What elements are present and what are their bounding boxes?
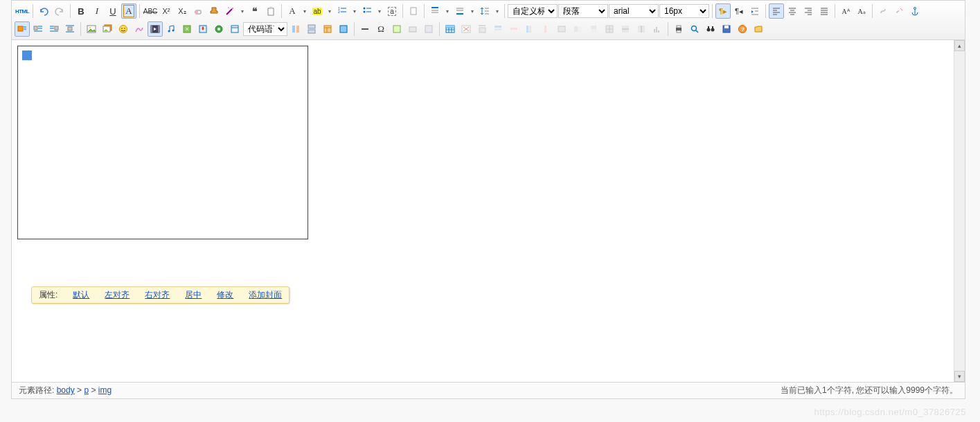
dir-ltr-button[interactable]: ¶▸ bbox=[715, 3, 731, 19]
scrawl-button[interactable] bbox=[132, 21, 147, 37]
dir-rtl-button[interactable]: ¶◂ bbox=[731, 3, 747, 19]
rowspacingtop-button[interactable] bbox=[427, 3, 443, 19]
vertical-scrollbar[interactable]: ▴ ▾ bbox=[954, 40, 965, 382]
insertimage-button[interactable] bbox=[100, 21, 115, 37]
ul-dropdown[interactable]: ▾ bbox=[375, 3, 384, 19]
subscript-button[interactable]: X₂ bbox=[175, 3, 190, 19]
paragraph-select[interactable]: 段落 bbox=[558, 4, 608, 18]
path-p[interactable]: p bbox=[84, 385, 89, 395]
simpleupload-button[interactable] bbox=[84, 21, 99, 37]
insertparagraphbeforetable-button[interactable] bbox=[474, 21, 490, 37]
imagenone-button[interactable] bbox=[15, 21, 30, 37]
pagebreak-button[interactable] bbox=[304, 21, 319, 37]
charts-button[interactable] bbox=[650, 21, 665, 37]
inserttable-button[interactable] bbox=[443, 21, 458, 37]
bold-button[interactable]: B bbox=[73, 3, 89, 19]
deletecol-button[interactable] bbox=[538, 21, 553, 37]
print-button2[interactable] bbox=[671, 21, 686, 37]
justify-full-button[interactable] bbox=[817, 3, 832, 19]
fontsize-select[interactable]: 16px bbox=[659, 4, 709, 18]
snapscreen-button[interactable] bbox=[405, 21, 420, 37]
rowtop-dropdown[interactable]: ▾ bbox=[443, 3, 452, 19]
underline-button[interactable]: U bbox=[105, 3, 121, 19]
justify-left-button[interactable] bbox=[769, 3, 784, 19]
attachment-button[interactable] bbox=[179, 21, 195, 37]
rowbot-dropdown[interactable]: ▾ bbox=[468, 3, 476, 19]
wordimage-button[interactable] bbox=[421, 21, 436, 37]
inserted-image-frame[interactable] bbox=[17, 46, 308, 239]
help-button[interactable]: ? bbox=[735, 21, 750, 37]
path-body[interactable]: body bbox=[57, 385, 75, 395]
justify-right-button[interactable] bbox=[801, 3, 816, 19]
tolowercase-button[interactable]: Aₐ bbox=[854, 3, 869, 19]
fullscreen-button[interactable] bbox=[751, 21, 766, 37]
scroll-up-button[interactable]: ▴ bbox=[954, 40, 965, 51]
link-button[interactable] bbox=[875, 3, 891, 19]
unlink-button[interactable] bbox=[891, 3, 907, 19]
deletetable-button[interactable] bbox=[458, 21, 474, 37]
splittocells-button[interactable] bbox=[602, 21, 617, 37]
autotypeset-button[interactable] bbox=[222, 3, 238, 19]
attr-modify-link[interactable]: 修改 bbox=[217, 289, 233, 301]
removeformat-button[interactable] bbox=[190, 3, 206, 19]
mergedown-button[interactable] bbox=[586, 21, 601, 37]
attr-left-link[interactable]: 左对齐 bbox=[105, 289, 130, 301]
horizontal-button[interactable] bbox=[357, 21, 373, 37]
insertcode-select[interactable]: 代码语言 bbox=[243, 22, 287, 36]
scroll-down-button[interactable]: ▾ bbox=[954, 371, 965, 382]
spechars-button[interactable] bbox=[389, 21, 404, 37]
indent-button[interactable] bbox=[747, 3, 763, 19]
pasteplain-button[interactable] bbox=[263, 3, 278, 19]
redo-button[interactable] bbox=[52, 3, 67, 19]
customstyle-select[interactable]: 自定义标题 bbox=[508, 4, 558, 18]
selectall-button[interactable]: a bbox=[384, 3, 400, 19]
touppercase-button[interactable]: Aᴬ bbox=[838, 3, 853, 19]
blockquote-button[interactable]: ❝ bbox=[247, 3, 262, 19]
lineheight-dropdown[interactable]: ▾ bbox=[493, 3, 501, 19]
mergeright-button[interactable] bbox=[570, 21, 585, 37]
imageleft-button[interactable] bbox=[30, 21, 46, 37]
splittocols-button[interactable] bbox=[634, 21, 649, 37]
deleterow-button[interactable] bbox=[506, 21, 522, 37]
anchor-button[interactable] bbox=[907, 3, 923, 19]
gmap-button[interactable] bbox=[211, 21, 226, 37]
justify-center-button[interactable] bbox=[785, 3, 800, 19]
undo-button[interactable] bbox=[36, 3, 51, 19]
searchreplace-button[interactable] bbox=[703, 21, 718, 37]
forecolor-dropdown[interactable]: ▾ bbox=[301, 3, 309, 19]
content-area[interactable]: 属性: 默认 左对齐 右对齐 居中 修改 添加封面 ▴ ▾ bbox=[12, 40, 965, 382]
fontborder-button[interactable]: A bbox=[121, 3, 136, 19]
imagecenter-button[interactable] bbox=[62, 21, 78, 37]
ol-dropdown[interactable]: ▾ bbox=[350, 3, 359, 19]
source-button[interactable]: HTML bbox=[15, 3, 30, 19]
attr-right-link[interactable]: 右对齐 bbox=[145, 289, 170, 301]
preview-button[interactable] bbox=[687, 21, 702, 37]
italic-button[interactable]: I bbox=[89, 3, 105, 19]
insertframe-button[interactable] bbox=[227, 21, 242, 37]
lineheight-button[interactable] bbox=[477, 3, 492, 19]
fontfamily-select[interactable]: arial bbox=[609, 4, 659, 18]
superscript-button[interactable]: X² bbox=[159, 3, 174, 19]
attr-default-link[interactable]: 默认 bbox=[73, 289, 89, 301]
path-img[interactable]: img bbox=[98, 385, 112, 395]
forecolor-button[interactable]: A bbox=[285, 3, 300, 19]
backcolor-dropdown[interactable]: ▾ bbox=[326, 3, 334, 19]
emotion-button[interactable] bbox=[116, 21, 131, 37]
splittorows-button[interactable] bbox=[618, 21, 633, 37]
autotypeset-dropdown[interactable]: ▾ bbox=[238, 3, 247, 19]
drafts-button[interactable] bbox=[719, 21, 734, 37]
music-button[interactable] bbox=[163, 21, 179, 37]
print-button[interactable] bbox=[406, 3, 421, 19]
insertcol-button[interactable] bbox=[522, 21, 537, 37]
imageright-button[interactable] bbox=[46, 21, 62, 37]
template-button[interactable] bbox=[320, 21, 335, 37]
attr-center-link[interactable]: 居中 bbox=[185, 289, 202, 301]
background-button[interactable] bbox=[336, 21, 351, 37]
backcolor-button[interactable]: ab bbox=[310, 3, 325, 19]
insertvideo-button[interactable] bbox=[148, 21, 163, 37]
webapp-button[interactable] bbox=[288, 21, 303, 37]
date-button[interactable]: Ω bbox=[373, 21, 389, 37]
attr-addcover-link[interactable]: 添加封面 bbox=[249, 289, 282, 301]
rowspacingbottom-button[interactable] bbox=[452, 3, 467, 19]
strikethrough-button[interactable]: ABC bbox=[143, 3, 158, 19]
